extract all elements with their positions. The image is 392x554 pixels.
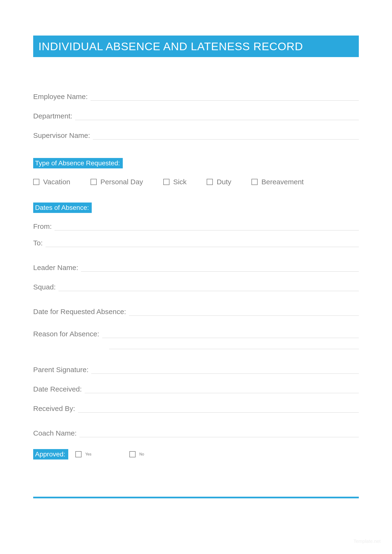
department-field[interactable]: Department: xyxy=(33,112,359,120)
checkbox-icon[interactable] xyxy=(75,451,82,457)
from-label: From: xyxy=(33,222,52,230)
parent-signature-field[interactable]: Parent Signature: xyxy=(33,366,359,374)
sick-label: Sick xyxy=(173,178,187,186)
dates-of-absence-heading: Dates of Absence: xyxy=(33,202,92,213)
leader-name-field[interactable]: Leader Name: xyxy=(33,264,359,272)
received-by-line[interactable] xyxy=(78,407,359,413)
date-requested-line[interactable] xyxy=(129,311,359,316)
approved-no-option[interactable]: No xyxy=(129,451,144,457)
employee-name-line[interactable] xyxy=(91,96,359,101)
personal-day-label: Personal Day xyxy=(100,178,143,186)
to-label: To: xyxy=(33,239,43,247)
to-field[interactable]: To: xyxy=(33,239,359,247)
parent-signature-label: Parent Signature: xyxy=(33,366,88,374)
footer-bar xyxy=(33,497,359,498)
vacation-label: Vacation xyxy=(43,178,70,186)
approved-yes-label: Yes xyxy=(85,452,91,457)
to-line[interactable] xyxy=(46,242,359,247)
bereavement-option[interactable]: Bereavement xyxy=(252,178,304,186)
squad-label: Squad: xyxy=(33,283,56,291)
checkbox-icon[interactable] xyxy=(129,451,136,457)
page-title: INDIVIDUAL ABSENCE AND LATENESS RECORD xyxy=(33,35,359,57)
supervisor-name-line[interactable] xyxy=(93,134,359,139)
coach-name-label: Coach Name: xyxy=(33,429,77,437)
reason-label: Reason for Absence: xyxy=(33,330,99,338)
reason-line-2[interactable] xyxy=(109,349,359,349)
personal-day-option[interactable]: Personal Day xyxy=(91,178,143,186)
bereavement-label: Bereavement xyxy=(261,178,304,186)
checkbox-icon[interactable] xyxy=(163,179,169,185)
date-requested-label: Date for Requested Absence: xyxy=(33,308,126,316)
form-page: INDIVIDUAL ABSENCE AND LATENESS RECORD E… xyxy=(0,0,392,554)
approved-heading: Approved: xyxy=(33,449,68,459)
duty-label: Duty xyxy=(217,178,231,186)
approved-row: Approved: Yes No xyxy=(33,449,359,459)
checkbox-icon[interactable] xyxy=(207,179,213,185)
coach-name-field[interactable]: Coach Name: xyxy=(33,429,359,437)
received-by-label: Received By: xyxy=(33,405,75,413)
reason-line[interactable] xyxy=(102,333,359,338)
watermark: Template.net xyxy=(353,539,381,544)
date-received-line[interactable] xyxy=(85,388,359,393)
supervisor-name-label: Supervisor Name: xyxy=(33,132,90,139)
employee-name-label: Employee Name: xyxy=(33,93,88,101)
supervisor-name-field[interactable]: Supervisor Name: xyxy=(33,132,359,139)
checkbox-icon[interactable] xyxy=(33,179,39,185)
date-requested-field[interactable]: Date for Requested Absence: xyxy=(33,308,359,316)
absence-type-options: Vacation Personal Day Sick Duty Bereavem… xyxy=(33,178,359,186)
from-line[interactable] xyxy=(55,225,359,230)
squad-field[interactable]: Squad: xyxy=(33,283,359,291)
employee-name-field[interactable]: Employee Name: xyxy=(33,93,359,101)
leader-name-label: Leader Name: xyxy=(33,264,78,272)
checkbox-icon[interactable] xyxy=(252,179,258,185)
received-by-field[interactable]: Received By: xyxy=(33,405,359,413)
approved-no-label: No xyxy=(139,452,144,457)
squad-line[interactable] xyxy=(59,286,359,291)
approved-yes-option[interactable]: Yes xyxy=(75,451,91,457)
coach-name-line[interactable] xyxy=(79,432,359,437)
date-received-label: Date Received: xyxy=(33,385,82,393)
vacation-option[interactable]: Vacation xyxy=(33,178,70,186)
department-label: Department: xyxy=(33,112,72,120)
checkbox-icon[interactable] xyxy=(91,179,97,185)
sick-option[interactable]: Sick xyxy=(163,178,187,186)
reason-field[interactable]: Reason for Absence: xyxy=(33,330,359,338)
leader-name-line[interactable] xyxy=(81,266,359,272)
date-received-field[interactable]: Date Received: xyxy=(33,385,359,393)
type-of-absence-heading: Type of Absence Requested: xyxy=(33,158,123,168)
department-line[interactable] xyxy=(75,115,359,120)
parent-signature-line[interactable] xyxy=(91,368,359,374)
duty-option[interactable]: Duty xyxy=(207,178,231,186)
from-field[interactable]: From: xyxy=(33,222,359,230)
